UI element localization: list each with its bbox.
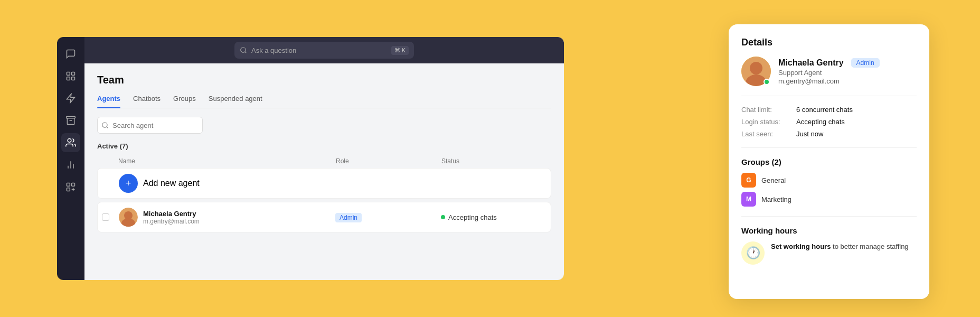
profile-email: m.gentry@mail.com [778,77,880,85]
svg-rect-1 [72,72,75,76]
profile-badge: Admin [851,58,880,68]
profile-role: Support Agent [778,69,880,77]
working-hours-body: 🕐 Set working hours to better manage sta… [741,241,917,265]
kbd-shortcut: ⌘ K [391,46,409,55]
svg-line-17 [107,127,108,128]
agent-search-wrap [97,117,203,134]
agent-name: Michaela Gentry [143,210,200,218]
chart-icon[interactable] [61,155,80,174]
col-role: Role [336,157,441,165]
tab-groups[interactable]: Groups [173,95,196,108]
col-name: Name [118,157,336,165]
chat-limit-label: Chat limit: [741,106,794,114]
online-indicator [764,79,770,85]
sidebar [57,37,84,280]
add-agent-info: + Add new agent [119,174,335,193]
search-input[interactable] [97,117,203,134]
status-dot [441,215,445,219]
search-placeholder: Ask a question [251,46,296,54]
svg-rect-13 [67,188,70,191]
svg-point-16 [102,123,107,127]
details-title: Details [741,37,917,48]
chat-limit-row: Chat limit: 6 concurrent chats [741,106,917,114]
status-label: Accepting chats [448,213,497,221]
working-hours-link[interactable]: Set working hours [771,243,831,250]
last-seen-value: Just now [796,130,823,138]
groups-title: Groups (2) [741,157,917,166]
topbar: Ask a question ⌘ K [84,37,564,63]
agent-role-badge: Admin [335,213,362,222]
groups-section: Groups (2) G General M Marketing [741,157,917,217]
active-section-title: Active (7) [97,142,551,150]
table-header: Name Role Status [97,154,551,168]
login-status-row: Login status: Accepting chats [741,118,917,126]
agent-status: Accepting chats [441,213,546,221]
svg-rect-11 [67,183,70,187]
group-label-marketing: Marketing [761,195,791,203]
svg-line-15 [245,52,247,53]
profile-name: Michaela Gentry [778,58,844,68]
add-agent-row[interactable]: + Add new agent [97,168,551,199]
tab-agents[interactable]: Agents [97,95,120,108]
col-status: Status [441,157,547,165]
lightning-icon[interactable] [61,89,80,108]
tab-suspended-agent[interactable]: Suspended agent [209,95,262,108]
row-checkbox[interactable] [102,213,109,221]
svg-point-14 [241,48,246,52]
content-area: Team Agents Chatbots Groups Suspended ag… [84,63,564,280]
row-checkbox-wrap [102,213,119,221]
main-window: Ask a question ⌘ K Team Agents Chatbots … [84,37,564,280]
messages-icon[interactable] [61,67,80,86]
group-item-general: G General [741,173,917,188]
working-hours-suffix: to better manage staffing [831,243,908,250]
svg-point-7 [68,139,71,143]
agent-info: Michaela Gentry m.gentry@mail.com [119,208,335,227]
chat-limit-value: 6 concurrent chats [796,106,853,114]
working-hours-section: Working hours 🕐 Set working hours to bet… [741,226,917,265]
profile-section: Michaela Gentry Admin Support Agent m.ge… [741,57,917,96]
group-item-marketing: M Marketing [741,192,917,207]
working-hours-title: Working hours [741,226,917,235]
details-panel: Details Michaela Gentry Admin Support Ag… [729,24,929,299]
svg-rect-5 [67,117,76,118]
chat-icon[interactable] [61,44,80,63]
tabs-bar: Agents Chatbots Groups Suspended agent [97,95,551,108]
svg-rect-3 [72,77,75,80]
login-status-value: Accepting chats [796,118,845,126]
profile-info: Michaela Gentry Admin Support Agent m.ge… [778,58,880,85]
groups-list: G General M Marketing [741,173,917,217]
login-status-label: Login status: [741,118,794,126]
clock-icon: 🕐 [741,241,765,265]
page-title: Team [97,74,551,86]
svg-marker-4 [67,94,75,103]
table-row[interactable]: Michaela Gentry m.gentry@mail.com Admin … [97,202,551,232]
archive-icon[interactable] [61,111,80,130]
ask-question-search[interactable]: Ask a question ⌘ K [234,42,414,59]
group-icon-general: G [741,173,756,188]
svg-rect-12 [72,183,75,187]
group-label-general: General [761,176,786,184]
svg-rect-2 [67,77,70,80]
tab-chatbots[interactable]: Chatbots [133,95,161,108]
svg-rect-0 [67,72,70,76]
last-seen-row: Last seen: Just now [741,130,917,138]
profile-avatar-wrap [741,57,771,86]
svg-point-22 [750,62,762,74]
apps-icon[interactable] [61,178,80,197]
working-hours-text: Set working hours to better manage staff… [771,241,909,252]
group-icon-marketing: M [741,192,756,207]
add-agent-icon: + [119,174,138,193]
info-grid: Chat limit: 6 concurrent chats Login sta… [741,106,917,148]
last-seen-label: Last seen: [741,130,794,138]
avatar [119,208,138,227]
add-agent-label: Add new agent [143,179,200,188]
agent-email: m.gentry@mail.com [143,218,200,225]
agents-icon[interactable] [61,133,80,152]
